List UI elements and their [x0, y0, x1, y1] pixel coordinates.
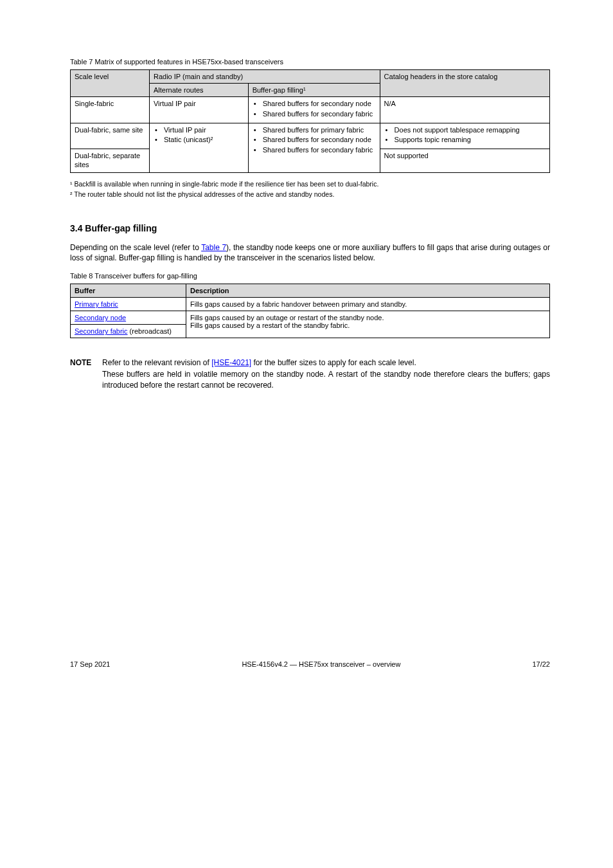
text-span: for the buffer sizes to apply for each s…: [251, 358, 416, 367]
list-item: Shared buffers for secondary fabric: [254, 146, 376, 155]
cell-descr: Fills gaps caused by a fabric handover b…: [186, 298, 550, 311]
text-span: (rebroadcast): [128, 327, 172, 335]
th-buf-gap: Buffer-gap filling¹: [248, 84, 380, 97]
footer-date: 17 Sep 2021: [70, 660, 110, 668]
link-secondary-fabric[interactable]: Secondary fabric: [75, 327, 128, 335]
footnote-1: ¹ Backfill is available when running in …: [70, 179, 550, 188]
table-row: Primary fabric Fills gaps caused by a fa…: [71, 298, 550, 311]
list-item: Shared buffers for secondary fabric: [254, 110, 376, 119]
cell-alt: Virtual IP pair Static (unicast)²: [149, 123, 248, 172]
cell-bufgap: Shared buffers for primary fabric Shared…: [248, 123, 380, 172]
footer-page: 17/22: [532, 660, 550, 668]
table8-caption: Table 8 Transceiver buffers for gap-fill…: [70, 272, 550, 280]
th-descr: Description: [186, 284, 550, 298]
table-row: Single-fabric Virtual IP pair Shared buf…: [71, 97, 550, 123]
cell-catalog: N/A: [380, 97, 549, 123]
cell-catalog: Not supported: [380, 149, 549, 173]
text-span: Refer to the relevant revision of: [102, 358, 211, 367]
cell-buffer: Secondary fabric (rebroadcast): [71, 325, 186, 338]
cell-scale: Dual-fabric, same site: [71, 123, 150, 149]
section-heading: 3.4 Buffer-gap filling: [70, 223, 550, 233]
list-item: Supports topic renaming: [386, 136, 546, 145]
cell-bufgap: Shared buffers for secondary node Shared…: [248, 97, 380, 123]
cell-scale: Single-fabric: [71, 97, 150, 123]
list-item: Virtual IP pair: [155, 126, 244, 135]
list-item: Shared buffers for secondary node: [254, 136, 376, 145]
table-row: Dual-fabric, same site Virtual IP pair S…: [71, 123, 550, 149]
cell-buffer: Secondary node: [71, 311, 186, 325]
th-alt-routes: Alternate routes: [149, 84, 248, 97]
table-row: Secondary node Fills gaps caused by an o…: [71, 311, 550, 325]
table7-caption: Table 7 Matrix of supported features in …: [70, 58, 550, 66]
text-span: Fills gaps caused by an outage or restar…: [190, 314, 384, 321]
note-label: NOTE: [70, 358, 91, 367]
table-row: Buffer Description: [71, 284, 550, 298]
link-table7[interactable]: Table 7: [201, 243, 226, 252]
link-secondary-node[interactable]: Secondary node: [75, 314, 126, 321]
cell-scale: Dual-fabric, separate sites: [71, 149, 150, 173]
table7: Scale level Radio IP (main and standby) …: [70, 69, 550, 173]
cell-buffer: Primary fabric: [71, 298, 186, 311]
th-catalog: Catalog headers in the store catalog: [380, 70, 549, 97]
list-item: Does not support tablespace remapping: [386, 126, 546, 135]
link-ref-doc[interactable]: [HSE-4021]: [211, 358, 251, 367]
note-paragraph-2: These buffers are held in volatile memor…: [102, 369, 550, 390]
footer-title: HSE-4156v4.2 — HSE75xx transceiver – ove…: [242, 660, 400, 668]
footnote-2: ² The router table should not list the p…: [70, 190, 550, 199]
th-radio-group: Radio IP (main and standby): [149, 70, 380, 84]
table-row: Scale level Radio IP (main and standby) …: [71, 70, 550, 84]
table8: Buffer Description Primary fabric Fills …: [70, 284, 550, 338]
th-scale: Scale level: [71, 70, 150, 97]
cell-alt: Virtual IP pair: [149, 97, 248, 123]
link-primary-fabric[interactable]: Primary fabric: [75, 300, 118, 308]
text-span: Depending on the scale level (refer to: [70, 243, 201, 252]
page-footer: 17 Sep 2021 HSE-4156v4.2 — HSE75xx trans…: [70, 660, 550, 668]
note-text: Refer to the relevant revision of [HSE-4…: [102, 358, 416, 367]
list-item: Shared buffers for secondary node: [254, 100, 376, 109]
text-span: Fills gaps caused by a restart of the st…: [190, 321, 350, 329]
list-item: Static (unicast)²: [155, 136, 244, 145]
cell-descr: Fills gaps caused by an outage or restar…: [186, 311, 550, 338]
cell-catalog: Does not support tablespace remapping Su…: [380, 123, 549, 149]
list-item: Shared buffers for primary fabric: [254, 126, 376, 135]
section-paragraph: Depending on the scale level (refer to T…: [70, 242, 550, 263]
note-block: NOTE Refer to the relevant revision of […: [70, 357, 550, 390]
th-buffer: Buffer: [71, 284, 186, 298]
